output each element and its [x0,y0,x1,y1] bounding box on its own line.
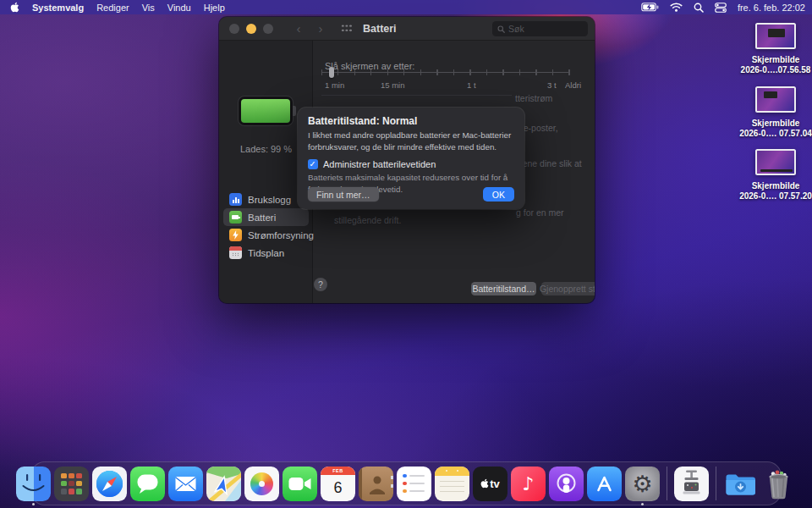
notes-icon [435,467,469,501]
menu-vis[interactable]: Vis [142,3,155,13]
ok-button[interactable]: OK [483,187,514,202]
launchpad-icon [54,467,89,501]
dock-icon-tv[interactable]: tv [473,467,508,501]
obscured-checkbox-row [321,95,512,96]
desktop: Systemvalg Rediger Vis Vindu Hjelp fre. … [0,0,812,508]
dialog-title: Batteritilstand: Normal [308,115,514,127]
search-icon [497,25,505,33]
learn-more-button[interactable]: Finn ut mer… [308,187,379,202]
battery-icon [229,211,242,224]
menu-vindu[interactable]: Vindu [167,3,191,13]
finder-icon [16,467,51,501]
battery-graphic [239,97,293,125]
forward-button[interactable]: › [314,22,327,35]
dock-icon-podcasts[interactable] [549,467,584,501]
battery-charging-icon[interactable] [641,3,659,12]
calendar-icon: FEB 6 [321,467,355,501]
control-center-icon[interactable] [715,3,727,13]
spotlight-search-icon[interactable] [694,3,704,13]
facetime-icon [283,467,317,501]
screenshot-thumbnail [755,23,796,49]
tick-label-15min: 15 min [381,80,405,90]
app-store-icon [587,467,622,501]
dock: FEB 6 [30,461,782,505]
usage-chart-icon [229,193,242,206]
safari-icon [92,467,127,501]
minimize-button[interactable] [246,24,256,34]
tick-label-1min: 1 min [325,80,344,90]
slider-handle[interactable] [329,67,334,78]
podcasts-icon [549,467,584,501]
dialog-body: I likhet med andre oppladbare batterier … [308,130,514,152]
dock-icon-system-preferences[interactable] [625,467,660,501]
apple-tv-icon: tv [473,467,508,501]
desktop-icon-screenshot-2[interactable]: Skjermbilde2026-0…. 07.57.04 [739,86,812,139]
dock-icon-photos[interactable] [244,467,279,501]
apple-icon [10,2,19,13]
dock-icon-finder[interactable] [16,467,51,501]
menu-hjelp[interactable]: Hjelp [204,3,225,13]
zoom-button[interactable] [263,24,273,34]
schedule-calendar-icon [229,246,242,259]
dock-icon-launchpad[interactable] [54,467,89,501]
dock-icon-notes[interactable] [435,467,469,501]
menu-clock[interactable]: fre. 6. feb. 22:02 [738,3,805,13]
dock-icon-downloads[interactable] [723,467,758,501]
menu-app-name[interactable]: Systemvalg [32,3,84,13]
show-all-grid-icon[interactable] [341,24,353,33]
menu-rediger[interactable]: Rediger [96,3,129,13]
photos-icon [244,467,279,501]
back-button[interactable]: ‹ [292,22,305,35]
dock-divider [716,467,716,500]
sidebar-item-stromforsyning[interactable]: Strømforsyning [219,226,313,244]
dock-icon-facetime[interactable] [283,467,317,501]
dock-icon-mail[interactable] [168,467,203,501]
display-off-slider[interactable] [321,72,570,73]
dock-icon-calendar[interactable]: FEB 6 [321,467,355,501]
menu-bar: Systemvalg Rediger Vis Vindu Hjelp fre. … [0,0,812,14]
tick-label-1t: 1 t [467,80,476,90]
contacts-icon [359,467,393,501]
dock-icon-appstore[interactable] [587,467,622,501]
dock-icon-maps[interactable] [206,467,241,501]
window-titlebar[interactable]: ‹ › Batteri [219,17,595,41]
window-title: Batteri [363,23,397,35]
manage-battery-checkbox[interactable] [308,159,318,169]
dock-icon-messages[interactable] [130,467,165,501]
apple-menu[interactable] [10,2,19,13]
music-icon [511,467,546,501]
desktop-icon-screenshot-1[interactable]: Skjermbilde2026-0….07.56.58 [739,23,812,75]
screenshot-thumbnail [755,149,796,175]
messages-icon [130,467,165,501]
tick-label-3t: 3 t [547,80,557,90]
dock-icon-reminders[interactable] [397,467,431,501]
obscured-text-fragment: tteristrøm [515,93,552,103]
dock-icon-trash[interactable] [761,467,796,501]
dock-icon-archive-utility[interactable] [674,467,709,501]
wifi-icon[interactable] [670,3,683,12]
sidebar-item-tidsplan[interactable]: Tidsplan [219,244,313,262]
sidebar-item-batteri[interactable]: Batteri [223,208,309,226]
system-preferences-icon [625,467,660,501]
search-field[interactable] [492,21,588,36]
tick-label-aldri: Aldri [565,80,581,90]
battery-condition-dialog: Batteritilstand: Normal I likhet med and… [298,108,524,209]
dock-icon-contacts[interactable] [359,467,393,501]
power-bolt-icon [229,229,242,241]
restore-defaults-button[interactable]: Gjenopprett standardinnstillinger [541,282,595,295]
dock-divider [667,467,667,500]
downloads-folder-icon [723,467,758,501]
dock-icon-safari[interactable] [92,467,127,501]
dock-icon-music[interactable] [511,467,546,501]
screenshot-thumbnail [755,86,796,113]
obscured-text-fragment: g for en mer [516,207,564,218]
close-button[interactable] [229,24,239,34]
battery-condition-button[interactable]: Batteritilstand… [471,282,536,295]
help-button[interactable]: ? [314,278,327,291]
trash-full-icon [761,467,796,501]
search-input[interactable] [508,24,580,34]
desktop-icon-screenshot-3[interactable]: Skjermbilde2026-0…. 07.57.20 [739,149,812,202]
manage-battery-checkbox-label[interactable]: Administrer batterilevetiden [323,159,436,169]
obscured-text-fragment: stillegående drift. [334,215,401,225]
mail-icon [168,467,203,501]
